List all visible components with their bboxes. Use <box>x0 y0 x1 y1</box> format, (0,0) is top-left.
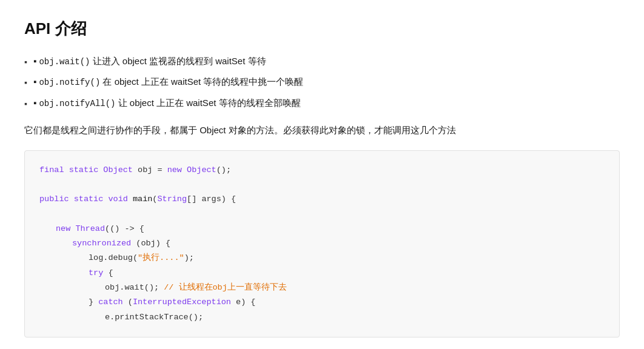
code-line-8: } catch (InterruptedException e) { <box>39 295 605 310</box>
code-line-2: public static void main(String[] args) { <box>39 192 605 207</box>
list-item-text: obj.notify() 在 object 上正在 waitSet 等待的线程中… <box>39 75 303 89</box>
code-snippet: obj.notifyAll() <box>39 99 115 108</box>
list-item-text: obj.wait() 让进入 object 监视器的线程到 waitSet 等待 <box>39 54 266 68</box>
list-item: ▪ obj.notifyAll() 让 object 上正在 waitSet 等… <box>24 96 620 110</box>
code-line-blank2 <box>39 207 605 222</box>
bullet-list: ▪ obj.wait() 让进入 object 监视器的线程到 waitSet … <box>24 54 620 110</box>
code-line-4: synchronized (obj) { <box>39 236 605 251</box>
code-line-blank <box>39 178 605 192</box>
bullet-marker: ▪ <box>33 96 39 110</box>
bullet-marker: ▪ <box>33 75 39 89</box>
code-line-6: try { <box>39 266 605 281</box>
code-line-3: new Thread(() -> { <box>39 222 605 236</box>
code-line-9: e.printStackTrace(); <box>39 310 605 325</box>
page-title: API 介绍 <box>24 18 620 39</box>
code-line-1: final static Object obj = new Object(); <box>39 163 605 178</box>
code-snippet: obj.wait() <box>39 57 90 67</box>
description-text: 它们都是线程之间进行协作的手段，都属于 Object 对象的方法。必须获得此对象… <box>24 122 620 138</box>
code-snippet: obj.notify() <box>39 78 100 87</box>
list-item: ▪ obj.notify() 在 object 上正在 waitSet 等待的线… <box>24 75 620 89</box>
list-item: ▪ obj.wait() 让进入 object 监视器的线程到 waitSet … <box>24 54 620 68</box>
code-line-5: log.debug("执行...."); <box>39 251 605 265</box>
code-block: final static Object obj = new Object(); … <box>24 150 620 337</box>
list-item-text: obj.notifyAll() 让 object 上正在 waitSet 等待的… <box>39 96 300 110</box>
bullet-marker: ▪ <box>33 54 39 68</box>
code-line-7: obj.wait(); // 让线程在obj上一直等待下去 <box>39 281 605 295</box>
